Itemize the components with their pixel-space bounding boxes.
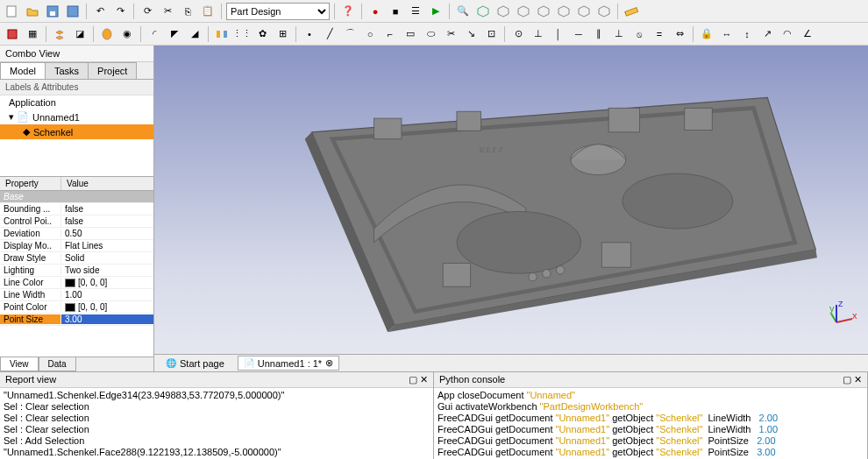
view-right-icon[interactable] [535, 3, 552, 20]
view-rear-icon[interactable] [555, 3, 573, 20]
macro-play-icon[interactable]: ▶ [427, 3, 445, 20]
construction-icon[interactable]: ⊡ [482, 25, 500, 43]
distance-icon[interactable]: ↗ [758, 25, 776, 43]
whatsthis-icon[interactable]: ❓ [339, 3, 357, 20]
groove-icon[interactable]: ◉ [118, 25, 136, 43]
pad-icon[interactable] [51, 25, 68, 43]
close-tab-icon[interactable]: ⊗ [325, 357, 333, 369]
redo-icon[interactable]: ↷ [111, 3, 129, 20]
coincident-icon[interactable]: ⊙ [509, 25, 527, 43]
linear-pattern-icon[interactable]: ⋮⋮ [233, 25, 251, 43]
workbench-select[interactable]: Part Design [226, 3, 330, 20]
sketch-map-icon[interactable]: ▦ [24, 25, 41, 43]
copy-icon[interactable]: ⎘ [179, 3, 196, 20]
lock-icon[interactable]: 🔒 [698, 25, 715, 43]
tab-start-page[interactable]: 🌐 Start page [160, 357, 231, 371]
view-fit-icon[interactable]: 🔍 [454, 3, 472, 20]
point-icon[interactable]: • [301, 25, 318, 43]
prop-hdr-key: Property [0, 177, 61, 190]
prop-row[interactable]: LightingTwo side [0, 265, 153, 277]
revolve-icon[interactable] [98, 25, 116, 43]
draft-icon[interactable]: ◢ [186, 25, 203, 43]
view-bottom-icon[interactable] [575, 3, 593, 20]
symmetric-icon[interactable]: ⇔ [671, 25, 688, 43]
python-body[interactable]: App closeDocument "Unnamed"Gui activateW… [434, 388, 867, 459]
tree-item-schenkel[interactable]: ◆ Schenkel [0, 124, 153, 139]
svg-line-22 [836, 319, 852, 322]
tangent-icon[interactable]: ⍉ [630, 25, 648, 43]
macro-record-icon[interactable]: ● [366, 3, 384, 20]
tree-document[interactable]: ▾ 📄 Unnamed1 [0, 109, 153, 124]
svg-rect-12 [685, 108, 712, 130]
prop-row[interactable]: Point Color[0, 0, 0] [0, 301, 153, 314]
external-icon[interactable]: ↘ [462, 25, 480, 43]
measure-icon[interactable] [623, 3, 640, 20]
fillet-icon[interactable]: ◜ [146, 25, 163, 43]
polyline-icon[interactable]: ⌐ [381, 25, 399, 43]
refresh-icon[interactable]: ⟳ [139, 3, 156, 20]
angle-icon[interactable]: ∠ [799, 25, 816, 43]
view-front-icon[interactable] [494, 3, 512, 20]
line-icon[interactable]: ╱ [321, 25, 338, 43]
panel-buttons[interactable]: ▢ ✕ [409, 374, 428, 385]
combo-view: Combo View Model Tasks Project Labels & … [0, 46, 154, 371]
view-left-icon[interactable] [595, 3, 613, 20]
circle-icon[interactable]: ○ [361, 25, 379, 43]
rect-icon[interactable]: ▭ [402, 25, 419, 43]
prop-row[interactable]: Line Color[0, 0, 0] [0, 277, 153, 289]
bottom-panels: Report view▢ ✕ "Unnamed1.Schenkel.Edge31… [0, 371, 868, 459]
svg-text:z: z [838, 301, 843, 308]
mirror-icon[interactable] [213, 25, 231, 43]
view-top-icon[interactable] [515, 3, 532, 20]
macro-stop-icon[interactable]: ■ [387, 3, 404, 20]
tab-view[interactable]: View [0, 357, 39, 371]
saveas-icon[interactable] [64, 3, 82, 20]
tab-model[interactable]: Model [0, 62, 46, 79]
perpendicular-icon[interactable]: ⊥ [610, 25, 628, 43]
prop-row[interactable]: Bounding ...false [0, 203, 153, 215]
pocket-icon[interactable]: ◪ [71, 25, 89, 43]
trim-icon[interactable]: ✂ [442, 25, 459, 43]
distance-h-icon[interactable]: ↔ [718, 25, 736, 43]
radius-icon[interactable]: ◠ [779, 25, 796, 43]
open-icon[interactable] [24, 3, 41, 20]
chamfer-icon[interactable]: ◤ [166, 25, 183, 43]
svg-rect-8 [224, 31, 227, 38]
arc-icon[interactable]: ⌒ [341, 25, 359, 43]
undo-icon[interactable]: ↶ [91, 3, 109, 20]
prop-row[interactable]: Deviation0.50 [0, 228, 153, 240]
svg-rect-14 [602, 243, 631, 267]
cut-icon[interactable]: ✂ [159, 3, 176, 20]
report-body[interactable]: "Unnamed1.Schenkel.Edge314(23.949883,53.… [0, 388, 433, 459]
tab-data[interactable]: Data [39, 357, 76, 371]
horizontal-icon[interactable]: ─ [570, 25, 587, 43]
panel-buttons[interactable]: ▢ ✕ [843, 374, 862, 385]
prop-row[interactable]: Point Size3.00 [0, 314, 153, 326]
parallel-icon[interactable]: ∥ [590, 25, 608, 43]
save-icon[interactable] [44, 3, 61, 20]
model-tree[interactable]: Application ▾ 📄 Unnamed1 ◆ Schenkel [0, 95, 153, 176]
svg-point-6 [103, 29, 111, 39]
sketch-icon[interactable] [4, 25, 21, 43]
macro-list-icon[interactable]: ☰ [407, 3, 424, 20]
3d-canvas[interactable]: V.1.1 7 x y z [154, 46, 868, 354]
equal-icon[interactable]: = [651, 25, 668, 43]
vertical-icon[interactable]: │ [550, 25, 567, 43]
prop-row[interactable]: Control Poi..false [0, 215, 153, 228]
polar-pattern-icon[interactable]: ✿ [253, 25, 271, 43]
slot-icon[interactable]: ⬭ [422, 25, 439, 43]
tab-document[interactable]: 📄 Unnamed1 : 1* ⊗ [238, 356, 339, 371]
distance-v-icon[interactable]: ↕ [738, 25, 756, 43]
prop-row[interactable]: Line Width1.00 [0, 289, 153, 301]
prop-row[interactable]: Draw StyleSolid [0, 252, 153, 265]
multi-transform-icon[interactable]: ⊞ [274, 25, 291, 43]
tree-application[interactable]: Application [0, 95, 153, 109]
tab-tasks[interactable]: Tasks [45, 62, 89, 79]
prop-row[interactable]: Display Mo..Flat Lines [0, 240, 153, 252]
svg-rect-13 [444, 264, 471, 287]
new-icon[interactable] [4, 3, 21, 20]
view-iso-icon[interactable] [474, 3, 492, 20]
tab-project[interactable]: Project [88, 62, 137, 79]
point-on-icon[interactable]: ⊥ [530, 25, 547, 43]
paste-icon[interactable]: 📋 [199, 3, 217, 20]
